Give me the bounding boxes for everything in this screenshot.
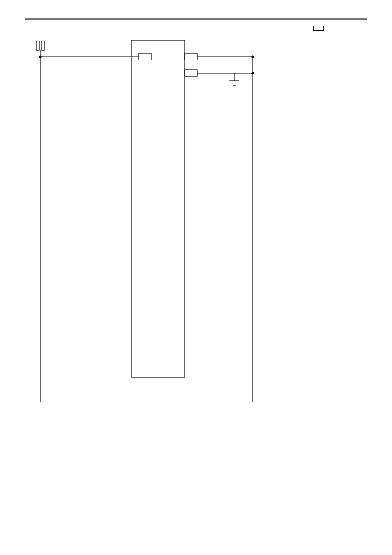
legend-key [49, 25, 72, 26]
legend-val [74, 28, 306, 28]
svg-rect-1 [41, 41, 44, 50]
legend-val [74, 30, 306, 30]
legend-list [49, 25, 306, 32]
legend-val [74, 31, 306, 31]
section-rule [25, 18, 367, 20]
legend-val [74, 29, 306, 29]
svg-rect-0 [36, 41, 39, 50]
svg-point-18 [39, 55, 41, 58]
legend-key [49, 30, 72, 30]
legend-key [49, 31, 72, 31]
legend-key [49, 28, 72, 28]
svg-rect-5 [131, 40, 185, 377]
svg-point-8 [251, 55, 254, 58]
wiring-diagram [25, 32, 370, 410]
svg-point-11 [251, 72, 254, 74]
legend-val [74, 27, 306, 27]
legend-key [49, 27, 72, 27]
legend-val [74, 25, 306, 26]
svg-rect-9 [185, 70, 197, 76]
legend-key [49, 29, 72, 29]
svg-rect-16 [139, 53, 151, 60]
fuse-symbol [306, 25, 330, 32]
svg-rect-6 [185, 53, 197, 60]
